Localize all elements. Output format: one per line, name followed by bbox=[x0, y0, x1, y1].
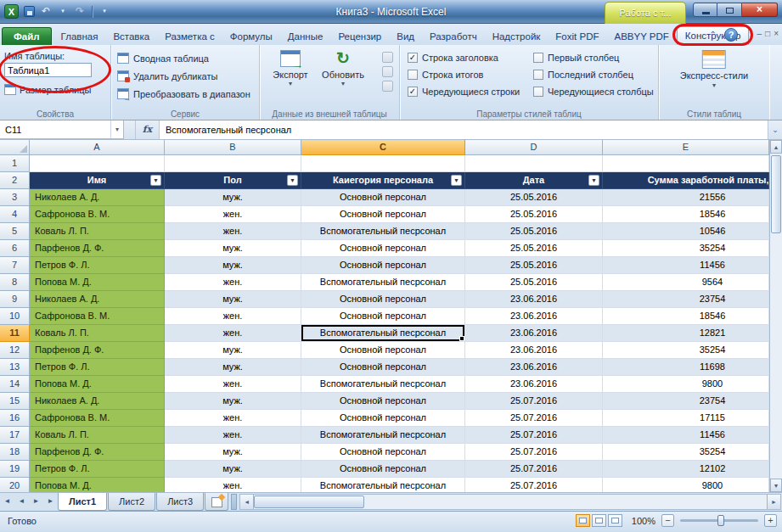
cell-A6[interactable]: Парфенов Д. Ф. bbox=[30, 240, 165, 257]
vertical-scrollbar[interactable]: ▲ ▼ bbox=[769, 140, 782, 492]
insert-worksheet-tab[interactable] bbox=[205, 493, 228, 511]
cell-A18[interactable]: Парфенов Д. Ф. bbox=[30, 444, 165, 461]
row-header-10[interactable]: 10 bbox=[0, 308, 30, 325]
row-header-17[interactable]: 17 bbox=[0, 427, 30, 444]
save-button[interactable] bbox=[22, 4, 36, 19]
sheet-tab-Лист2[interactable]: Лист2 bbox=[108, 493, 155, 511]
cell-E10[interactable]: 18546 bbox=[603, 308, 769, 325]
row-header-8[interactable]: 8 bbox=[0, 274, 30, 291]
name-box[interactable]: C11 ▾ bbox=[0, 120, 124, 139]
cell-C15[interactable]: Основной персонал bbox=[301, 393, 465, 410]
remove-duplicates-button[interactable]: Удалить дубликаты bbox=[117, 68, 259, 84]
cell-A14[interactable]: Попова М. Д. bbox=[30, 376, 165, 393]
scroll-up-icon[interactable]: ▲ bbox=[770, 140, 782, 154]
zoom-level-label[interactable]: 100% bbox=[628, 516, 655, 526]
cell-B5[interactable]: жен. bbox=[165, 223, 301, 240]
cell-C8[interactable]: Вспомогательный песрсонал bbox=[301, 274, 465, 291]
maximize-button[interactable] bbox=[717, 3, 742, 17]
minimize-button[interactable] bbox=[693, 3, 717, 17]
cell-B10[interactable]: жен. bbox=[165, 308, 301, 325]
ribbon-tab-Разработч[interactable]: Разработч bbox=[422, 28, 485, 45]
cell-B2[interactable]: Пол▼ bbox=[165, 172, 301, 189]
row-header-15[interactable]: 15 bbox=[0, 393, 30, 410]
row-header-3[interactable]: 3 bbox=[0, 189, 30, 206]
cell-A20[interactable]: Попова М. Д. bbox=[30, 478, 165, 492]
row-header-14[interactable]: 14 bbox=[0, 376, 30, 393]
cell-A17[interactable]: Коваль Л. П. bbox=[30, 427, 165, 444]
cell-A3[interactable]: Николаев А. Д. bbox=[30, 189, 165, 206]
insert-function-button[interactable]: fx bbox=[136, 120, 160, 139]
cell-C16[interactable]: Основной персонал bbox=[301, 410, 465, 427]
cell-B20[interactable]: жен. bbox=[165, 478, 301, 492]
cell-A10[interactable]: Сафронова В. М. bbox=[30, 308, 165, 325]
cell-D12[interactable]: 23.06.2016 bbox=[465, 342, 603, 359]
cell-B1[interactable] bbox=[165, 155, 301, 172]
zoom-slider-thumb[interactable] bbox=[717, 515, 724, 526]
cell-D15[interactable]: 25.07.2016 bbox=[465, 393, 603, 410]
cell-A19[interactable]: Петров Ф. Л. bbox=[30, 461, 165, 478]
cell-B14[interactable]: жен. bbox=[165, 376, 301, 393]
row-header-2[interactable]: 2 bbox=[0, 172, 30, 189]
cell-B17[interactable]: жен. bbox=[165, 427, 301, 444]
cell-C7[interactable]: Основной персонал bbox=[301, 257, 465, 274]
cell-D16[interactable]: 25.07.2016 bbox=[465, 410, 603, 427]
row-header-7[interactable]: 7 bbox=[0, 257, 30, 274]
cell-A1[interactable] bbox=[30, 155, 165, 172]
cell-B13[interactable]: муж. bbox=[165, 359, 301, 376]
cell-B8[interactable]: жен. bbox=[165, 274, 301, 291]
cell-E8[interactable]: 9564 bbox=[603, 274, 769, 291]
ribbon-tab-Данные[interactable]: Данные bbox=[280, 28, 331, 45]
page-layout-view-button[interactable] bbox=[592, 514, 606, 527]
cell-B9[interactable]: муж. bbox=[165, 291, 301, 308]
cell-A2[interactable]: Имя▼ bbox=[30, 172, 165, 189]
cell-D14[interactable]: 23.06.2016 bbox=[465, 376, 603, 393]
cell-C5[interactable]: Вспомогательный песрсонал bbox=[301, 223, 465, 240]
undo-dropdown-icon[interactable]: ▾ bbox=[56, 4, 70, 19]
quick-styles-button[interactable]: Экспресс-стили ▾ bbox=[680, 50, 748, 88]
ribbon-tab-Формулы[interactable]: Формулы bbox=[222, 28, 280, 45]
cell-C17[interactable]: Вспомогательный песрсонал bbox=[301, 427, 465, 444]
cell-C10[interactable]: Основной персонал bbox=[301, 308, 465, 325]
convert-to-range-button[interactable]: Преобразовать в диапазон bbox=[117, 86, 259, 102]
select-all-corner[interactable] bbox=[0, 140, 30, 155]
horizontal-scrollbar[interactable]: ◄ ► bbox=[239, 494, 781, 510]
filter-button-B[interactable]: ▼ bbox=[287, 175, 298, 186]
page-break-view-button[interactable] bbox=[608, 514, 622, 527]
cell-A13[interactable]: Петров Ф. Л. bbox=[30, 359, 165, 376]
cell-E15[interactable]: 23754 bbox=[603, 393, 769, 410]
scroll-left-icon[interactable]: ◄ bbox=[240, 495, 254, 509]
cell-B4[interactable]: жен. bbox=[165, 206, 301, 223]
cell-E14[interactable]: 9800 bbox=[603, 376, 769, 393]
normal-view-button[interactable] bbox=[576, 514, 590, 527]
workbook-close-icon[interactable]: × bbox=[774, 29, 779, 39]
cell-E7[interactable]: 11456 bbox=[603, 257, 769, 274]
cell-C20[interactable]: Вспомогательный песрсонал bbox=[301, 478, 465, 492]
cell-B6[interactable]: муж. bbox=[165, 240, 301, 257]
cell-B11[interactable]: жен. bbox=[165, 325, 301, 342]
cell-D20[interactable]: 25.07.2016 bbox=[465, 478, 603, 492]
cell-D8[interactable]: 25.05.2016 bbox=[465, 274, 603, 291]
horizontal-scroll-track[interactable] bbox=[364, 495, 767, 509]
header-row-checkbox[interactable]: ✓Строка заголовка bbox=[408, 49, 520, 66]
name-box-dropdown-icon[interactable]: ▾ bbox=[110, 120, 123, 138]
excel-app-icon[interactable]: X bbox=[4, 4, 19, 19]
cell-A11[interactable]: Коваль Л. П. bbox=[30, 325, 165, 342]
pivot-table-button[interactable]: Сводная таблица bbox=[117, 50, 259, 66]
vertical-scroll-thumb[interactable] bbox=[771, 155, 781, 233]
filter-button-A[interactable]: ▼ bbox=[150, 175, 161, 186]
cell-C19[interactable]: Основной персонал bbox=[301, 461, 465, 478]
cell-C18[interactable]: Основной персонал bbox=[301, 444, 465, 461]
scroll-right-icon[interactable]: ► bbox=[767, 495, 780, 509]
filter-button-D[interactable]: ▼ bbox=[588, 175, 599, 186]
undo-button[interactable]: ↶ bbox=[39, 4, 53, 19]
tab-split-handle[interactable] bbox=[231, 494, 237, 510]
cell-B12[interactable]: муж. bbox=[165, 342, 301, 359]
row-header-16[interactable]: 16 bbox=[0, 410, 30, 427]
row-header-9[interactable]: 9 bbox=[0, 291, 30, 308]
cell-D4[interactable]: 25.05.2016 bbox=[465, 206, 603, 223]
zoom-out-button[interactable]: − bbox=[661, 514, 674, 527]
cell-D17[interactable]: 25.07.2016 bbox=[465, 427, 603, 444]
cell-E6[interactable]: 35254 bbox=[603, 240, 769, 257]
cell-D7[interactable]: 25.05.2016 bbox=[465, 257, 603, 274]
cell-A12[interactable]: Парфенов Д. Ф. bbox=[30, 342, 165, 359]
